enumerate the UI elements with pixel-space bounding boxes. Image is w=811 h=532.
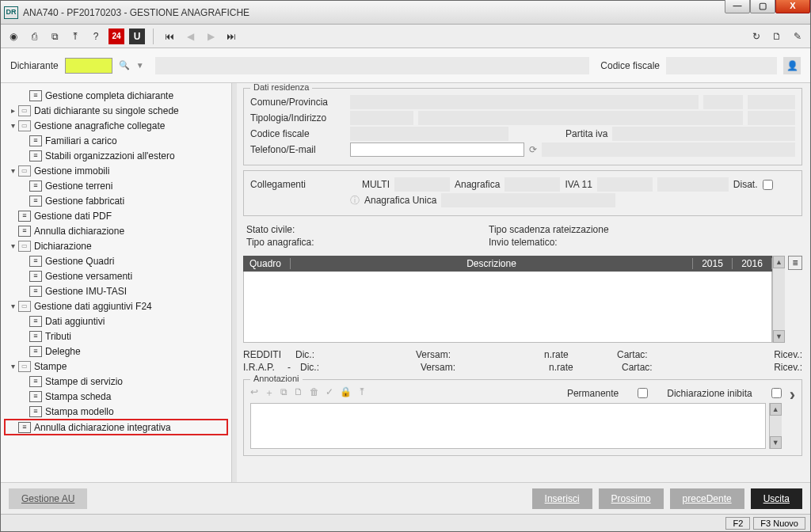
collegamenti-group: Collegamenti MULTI Anagrafica IVA 11 Dis… [243,170,802,216]
window-title: ANA740 - PF20170203 - GESTIONE ANAGRAFIC… [23,7,725,18]
tree-item[interactable]: ≡Gestione terreni [4,178,228,193]
u-button[interactable]: U [129,28,145,44]
form-icon: ≡ [29,256,42,267]
tree-item[interactable]: ≡Familiari a carico [4,133,228,148]
telefono-input[interactable] [350,142,524,157]
table-action-button[interactable]: ≡ [788,256,802,270]
uscita-button[interactable]: Uscita [751,488,802,509]
disat-checkbox[interactable] [763,180,773,190]
undo-icon[interactable]: ↩ [250,386,258,400]
tree-item[interactable]: ≡Tributi [4,329,228,344]
precedente-button[interactable]: preceDente [670,488,744,509]
inibita-checkbox[interactable] [771,388,782,398]
tree-item[interactable]: ≡Stampa modello [4,404,228,419]
gestione-au-button[interactable]: Gestione AU [9,488,87,509]
add-icon[interactable]: ＋ [265,386,274,400]
comune-value [350,95,699,109]
expand-icon[interactable]: › [790,385,795,405]
upload-icon[interactable]: ⤒ [67,28,83,44]
redditi-block: REDDITI Dic.: Versam: n.rate Cartac: Ric… [243,348,802,374]
lock-icon[interactable]: 🔒 [340,386,352,400]
trash-icon[interactable]: 🗑 [310,386,319,400]
tree-item[interactable]: ≡Gestione Quadri [4,253,228,268]
camera-icon[interactable]: ◉ [6,28,21,44]
tree-item[interactable]: ≡Stampa scheda [4,389,228,404]
tree-item-selected[interactable]: ≡Annulla dichiarazione integrativa [4,419,228,435]
tree-item[interactable]: ≡Dati aggiuntivi [4,314,228,329]
copy-icon[interactable]: ⧉ [47,28,63,44]
tree-item[interactable]: ▾▭Stampe [4,359,228,374]
prossimo-button[interactable]: Prossimo [599,488,664,509]
close-button[interactable]: X [775,0,810,13]
tree-item[interactable]: ≡Gestione versamenti [4,268,228,283]
f3-key[interactable]: F3 Nuovo [753,517,805,530]
dati-residenza-group: Dati residenza Comune/Provincia Tipologi… [243,88,802,165]
tree-item[interactable]: ≡Stabili organizzazioni all'estero [4,148,228,163]
form-icon: ≡ [29,271,42,282]
tree-item[interactable]: ▾▭Gestione anagrafiche collegate [4,118,228,133]
search-icon[interactable]: 🔍 [119,60,130,70]
tree-item[interactable]: ▸▭Dati dichiarante su singole schede [4,103,228,118]
footer: Gestione AU Inserisci Prossimo preceDent… [1,482,810,514]
newdoc-icon[interactable]: 🗋 [769,28,785,44]
minimize-button[interactable]: — [725,0,750,13]
tree-item[interactable]: ≡Gestione dati PDF [4,208,228,223]
tree-item[interactable]: ≡Deleghe [4,344,228,359]
nav-first-icon[interactable]: ⏮ [162,28,177,44]
tree-item[interactable]: ▾▭Gestione dati aggiuntivi F24 [4,298,228,314]
check-icon[interactable]: ✓ [326,386,333,400]
search-bar: Dichiarante 🔍 ▼ Codice fiscale 👤 [1,48,810,83]
print-icon[interactable]: ⎙ [26,28,42,44]
form-icon: ≡ [18,422,31,433]
dropdown-icon[interactable]: ▼ [136,61,144,70]
nav-last-icon[interactable]: ⏭ [223,28,239,44]
table-body[interactable] [243,272,772,343]
form-icon: ≡ [29,376,42,387]
refresh-icon[interactable]: ⟳ [529,144,537,155]
ann-scrollbar[interactable]: ▲▼ [769,403,782,449]
tree-item[interactable]: ≡Gestione completa dichiarante [4,88,228,103]
permanente-checkbox[interactable] [638,388,648,398]
form-icon: ≡ [18,226,31,237]
nav-tree[interactable]: ≡Gestione completa dichiarante ▸▭Dati di… [1,83,232,482]
tree-item[interactable]: ▾▭Dichiarazione [4,238,228,253]
tree-item[interactable]: ≡Gestione fabbricati [4,193,228,208]
f2-key[interactable]: F2 [725,517,750,530]
maximize-button[interactable]: ▢ [750,0,775,13]
tree-item[interactable]: ≡Gestione IMU-TASI [4,283,228,298]
table-scrollbar[interactable]: ▲▼ [772,256,785,343]
stato-block: Stato civile: Tipo scadenza rateizzazion… [243,221,802,251]
nav-prev-icon: ◀ [182,28,198,44]
form-icon: ≡ [29,180,42,192]
status-bar: F2 F3 Nuovo [1,514,810,531]
help-icon[interactable]: ? [88,28,104,44]
folder-icon: ▭ [18,241,31,252]
upload-icon[interactable]: ⤒ [358,386,366,400]
tree-item[interactable]: ▾▭Gestione immobili [4,163,228,178]
form-icon: ≡ [29,286,42,297]
app-icon: DR [4,6,18,19]
group-legend: Dati residenza [250,83,312,92]
i24-button[interactable]: 24 [109,28,124,44]
form-icon: ≡ [29,331,42,342]
folder-icon: ▭ [18,105,31,116]
detail-panel: Dati residenza Comune/Provincia Tipologi… [237,83,810,482]
doc-icon[interactable]: 🗋 [294,386,303,400]
edit-icon[interactable]: ✎ [790,28,805,44]
tree-item[interactable]: ≡Annulla dichiarazione [4,223,228,238]
form-icon: ≡ [29,391,42,402]
form-icon: ≡ [29,316,42,327]
cf-label: Codice fiscale [600,60,660,71]
folder-icon: ▭ [18,361,31,372]
tree-item[interactable]: ≡Stampe di servizio [4,374,228,389]
form-icon: ≡ [29,196,42,207]
inserisci-button[interactable]: Inserisci [532,488,592,509]
dichiarante-input[interactable] [65,58,112,74]
toolbar: ◉ ⎙ ⧉ ⤒ ? 24 U ⏮ ◀ ▶ ⏭ ↻ 🗋 ✎ [1,25,810,48]
form-icon: ≡ [29,90,42,101]
annotazioni-text[interactable] [250,403,766,449]
annotazioni-legend: Annotazioni [250,374,303,383]
copy-icon[interactable]: ⧉ [280,386,287,400]
action1-icon[interactable]: ↻ [748,28,764,44]
folder-icon: ▭ [18,165,31,177]
